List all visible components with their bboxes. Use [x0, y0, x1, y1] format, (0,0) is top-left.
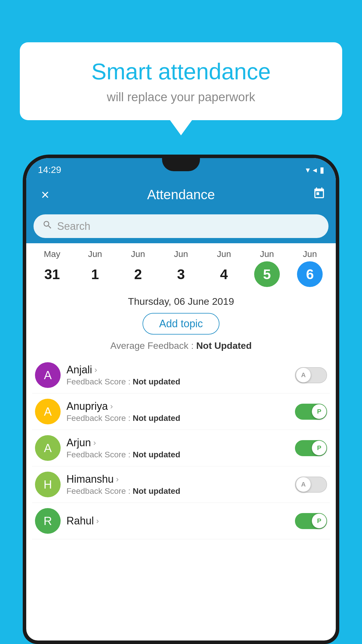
search-input[interactable]: Search [57, 220, 90, 232]
toggle-rahul[interactable]: P [295, 513, 327, 529]
chevron-icon: › [110, 402, 113, 411]
cal-day-jun5[interactable]: Jun 5 [251, 249, 283, 287]
feedback-himanshu: Feedback Score : Not updated [66, 487, 289, 496]
toggle-knob-himanshu: A [296, 477, 311, 492]
student-name-anupriya: Anupriya › [66, 400, 289, 412]
chevron-icon: › [116, 475, 119, 484]
avatar-anupriya: A [35, 399, 61, 424]
search-container: Search [26, 209, 336, 243]
battery-icon: ▮ [320, 165, 324, 175]
student-list: A Anjali › Feedback Score : Not updated … [26, 357, 336, 539]
chevron-icon: › [96, 516, 99, 526]
cal-day-jun4[interactable]: Jun 4 [208, 249, 240, 287]
toggle-knob-anupriya: P [312, 404, 326, 419]
student-name-rahul: Rahul › [66, 515, 289, 527]
avg-feedback: Average Feedback : Not Updated [26, 340, 336, 351]
feedback-arjun: Feedback Score : Not updated [66, 450, 289, 459]
app-bar-title: Attendance [54, 187, 308, 202]
student-item-anupriya[interactable]: A Anupriya › Feedback Score : Not update… [32, 393, 330, 430]
student-info-anupriya: Anupriya › Feedback Score : Not updated [66, 400, 289, 423]
status-time: 14:29 [38, 164, 61, 175]
calendar-strip: May 31 Jun 1 Jun 2 Jun 3 Jun 4 Jun 5 [26, 243, 336, 290]
signal-icon: ◂ [313, 165, 317, 175]
bubble-subtitle: will replace your paperwork [37, 90, 325, 104]
speech-bubble: Smart attendance will replace your paper… [20, 42, 342, 120]
toggle-knob-anjali: A [296, 368, 311, 382]
add-topic-button[interactable]: Add topic [143, 313, 219, 335]
student-item-arjun[interactable]: A Arjun › Feedback Score : Not updated P [32, 430, 330, 466]
bubble-title: Smart attendance [37, 58, 325, 85]
toggle-knob-arjun: P [312, 441, 326, 455]
student-info-anjali: Anjali › Feedback Score : Not updated [66, 364, 289, 386]
search-bar[interactable]: Search [34, 214, 328, 238]
calendar-icon[interactable] [313, 187, 326, 202]
cal-day-jun6[interactable]: Jun 6 [294, 249, 326, 287]
student-name-himanshu: Himanshu › [66, 473, 289, 485]
phone-notch [162, 158, 200, 171]
avatar-anjali: A [35, 362, 61, 388]
toggle-anjali[interactable]: A [295, 367, 327, 383]
student-name-arjun: Arjun › [66, 437, 289, 449]
wifi-icon: ▾ [306, 165, 310, 175]
phone-frame: 14:29 ▾ ◂ ▮ × Attendance [23, 155, 339, 644]
date-display: Thursday, 06 June 2019 [26, 290, 336, 312]
cal-day-jun2[interactable]: Jun 2 [122, 249, 154, 287]
student-info-rahul: Rahul › [66, 515, 289, 527]
avg-feedback-label: Average Feedback : [110, 340, 194, 351]
feedback-anjali: Feedback Score : Not updated [66, 377, 289, 386]
student-item-rahul[interactable]: R Rahul › P [32, 503, 330, 539]
student-name-anjali: Anjali › [66, 364, 289, 376]
avatar-rahul: R [35, 508, 61, 534]
chevron-icon: › [93, 438, 96, 447]
student-info-himanshu: Himanshu › Feedback Score : Not updated [66, 473, 289, 496]
speech-bubble-container: Smart attendance will replace your paper… [20, 42, 342, 120]
phone-inner: 14:29 ▾ ◂ ▮ × Attendance [26, 158, 336, 640]
toggle-anupriya[interactable]: P [295, 404, 327, 420]
add-topic-container: Add topic [26, 313, 336, 335]
avg-feedback-value: Not Updated [196, 340, 252, 351]
avatar-arjun: A [35, 435, 61, 461]
student-item-himanshu[interactable]: H Himanshu › Feedback Score : Not update… [32, 466, 330, 503]
student-info-arjun: Arjun › Feedback Score : Not updated [66, 437, 289, 459]
chevron-icon: › [94, 365, 97, 374]
status-icons: ▾ ◂ ▮ [306, 165, 324, 175]
toggle-arjun[interactable]: P [295, 440, 327, 456]
app-bar: × Attendance [26, 180, 336, 209]
cal-day-jun3[interactable]: Jun 3 [165, 249, 197, 287]
cal-day-jun1[interactable]: Jun 1 [79, 249, 111, 287]
search-icon [42, 220, 53, 233]
student-item-anjali[interactable]: A Anjali › Feedback Score : Not updated … [32, 357, 330, 393]
feedback-anupriya: Feedback Score : Not updated [66, 414, 289, 423]
avatar-himanshu: H [35, 472, 61, 497]
cal-day-may31[interactable]: May 31 [36, 249, 68, 287]
toggle-himanshu[interactable]: A [295, 477, 327, 493]
close-button[interactable]: × [36, 187, 54, 203]
toggle-knob-rahul: P [312, 514, 326, 528]
